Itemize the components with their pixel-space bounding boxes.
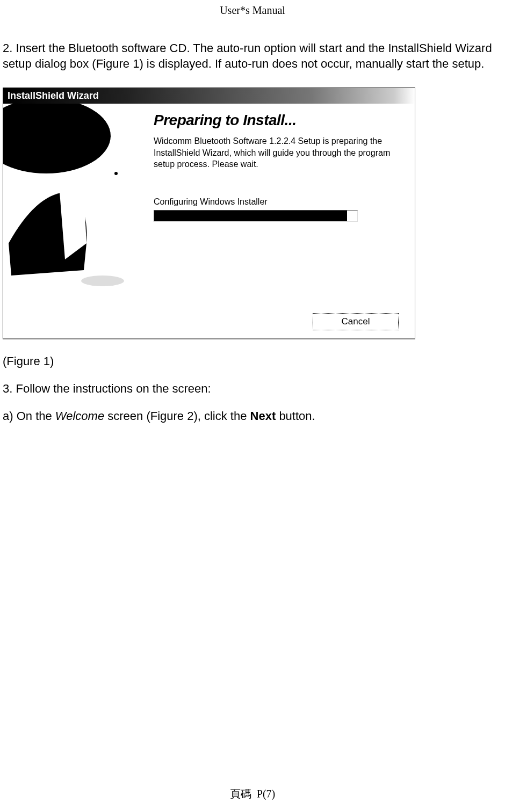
- instruction-step3a: a) On the Welcome screen (Figure 2), cli…: [3, 409, 505, 423]
- dialog-button-row: Cancel: [3, 308, 415, 338]
- page-header: User*s Manual: [0, 0, 505, 17]
- dialog-content: Preparing to Install... Widcomm Bluetoot…: [143, 104, 415, 308]
- step3a-mid: screen (Figure 2), click the: [104, 409, 250, 423]
- instruction-step3: 3. Follow the instructions on the screen…: [3, 382, 505, 396]
- step3a-next-bold: Next: [250, 409, 276, 423]
- dialog-title-bar: InstallShield Wizard: [3, 88, 415, 104]
- step3a-suffix: button.: [276, 409, 315, 423]
- page-footer: 頁碼 P(7): [0, 787, 505, 801]
- dialog-body-text: Widcomm Bluetooth Software 1.2.2.4 Setup…: [154, 135, 399, 170]
- step3a-welcome-italic: Welcome: [55, 409, 104, 423]
- dialog-heading: Preparing to Install...: [154, 112, 399, 129]
- dialog-status-label: Configuring Windows Installer: [154, 197, 399, 207]
- svg-point-3: [114, 172, 118, 175]
- progress-bar: [154, 210, 358, 222]
- cancel-button[interactable]: Cancel: [313, 313, 399, 330]
- step3a-prefix: a) On the: [3, 409, 55, 423]
- figure-caption: (Figure 1): [3, 354, 505, 368]
- instruction-step2: 2. Insert the Bluetooth software CD. The…: [3, 41, 505, 71]
- installshield-dialog: InstallShield Wizard Preparing to Instal…: [3, 88, 415, 339]
- footer-prefix: 頁碼: [230, 788, 251, 800]
- svg-point-2: [81, 276, 124, 286]
- dialog-side-graphic: [3, 104, 143, 308]
- progress-fill: [154, 211, 347, 221]
- footer-page: P(7): [257, 788, 275, 800]
